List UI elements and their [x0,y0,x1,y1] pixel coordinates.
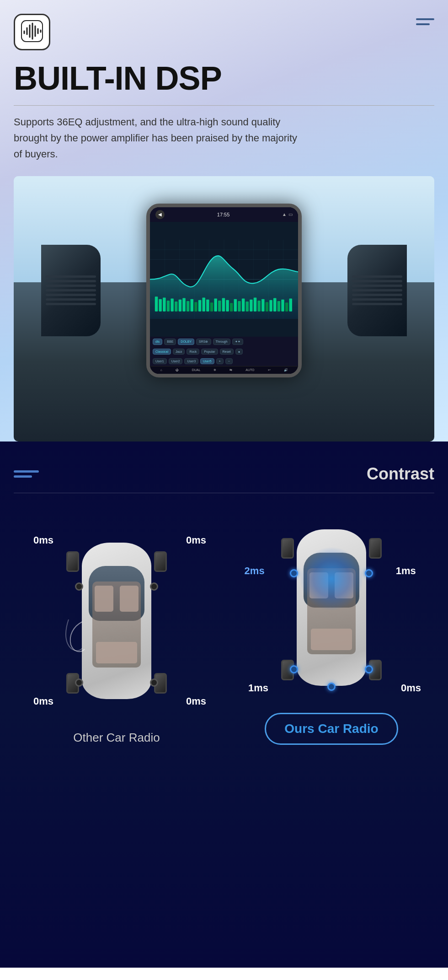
power-nav-item[interactable]: ⏻ [176,368,179,372]
vent-slot [46,280,96,282]
vent-slot [352,303,402,305]
header-section: BUILT-IN DSP Supports 36EQ adjustment, a… [0,0,448,442]
speaker-fr-ours [365,569,373,577]
svg-rect-24 [163,297,165,311]
arrows-nav-item[interactable]: ⇆ [229,368,232,372]
svg-rect-22 [155,296,158,311]
dual-nav-item[interactable]: DUAL [192,368,201,372]
svg-rect-40 [226,300,229,311]
vent-slot [46,275,96,278]
svg-rect-29 [182,298,185,311]
right-vents [347,245,407,336]
contrast-line-2 [14,475,32,478]
other-car-top-view: 0ms 0ms 0ms 0ms [53,525,181,717]
through-button[interactable]: Through [213,339,230,345]
home-nav-item[interactable]: ⌂ [160,368,162,372]
svg-rect-31 [191,299,193,311]
screen-controls-row2: Classical Jazz Rock Popular Reset ● [150,347,298,356]
other-car-interior [92,582,141,668]
hamburger-menu[interactable] [416,18,434,25]
svg-rect-37 [214,298,217,311]
dashboard-container: ◀ 17:55 ▲ ▭ [14,176,434,442]
other-car-label: Other Car Radio [73,731,160,745]
logo-button[interactable] [14,14,50,50]
screen-status-icons: ▲ ▭ [282,212,293,217]
dashboard-bg: ◀ 17:55 ▲ ▭ [14,176,434,442]
car-screen-device[interactable]: ◀ 17:55 ▲ ▭ [146,204,302,377]
user2-button[interactable]: User2 [169,358,183,364]
minus-user-button[interactable]: − [225,358,233,364]
snow-nav-item[interactable]: ❄ [213,368,216,372]
svg-rect-53 [277,301,280,312]
comparison-area: 0ms 0ms 0ms 0ms [14,512,434,772]
speaker-fr [150,582,158,591]
star-button[interactable]: ✦✦ [232,339,243,345]
vent-slot [352,280,402,282]
wheel-fl [66,551,79,572]
svg-rect-47 [254,297,256,311]
classical-button[interactable]: Classical [153,349,171,355]
sound-arrows-icon [64,617,87,656]
jazz-button[interactable]: Jazz [173,349,185,355]
screen-time: 17:55 [217,212,230,217]
user5-button[interactable]: User5 [200,358,214,364]
svg-rect-56 [289,298,292,311]
other-car-main-body [82,543,151,699]
wheel-fl-ours [281,538,294,559]
ours-ms-top-left: 2ms [245,565,265,577]
circle-button[interactable]: ● [235,349,243,355]
svg-rect-50 [266,302,268,312]
contrast-lines-icon [14,470,39,478]
dolby-button[interactable]: DOLBY [178,339,194,345]
ours-car-radio-button[interactable]: Ours Car Radio [265,713,398,745]
plus-user-button[interactable]: + [216,358,224,364]
screen-controls-row3: User1 User2 User3 User5 + − [150,356,298,366]
svg-rect-52 [273,298,276,311]
vent-slot [46,289,96,291]
bbe-button[interactable]: BBE [164,339,176,345]
signal-icon: ▲ [282,212,287,217]
eq-display-area [150,222,298,337]
volume-nav-item[interactable]: 🔊 [284,368,288,372]
wheel-fr [154,551,167,572]
speaker-rl [75,678,83,687]
srs-button[interactable]: SRS⊕ [196,339,211,345]
screen-inner: ◀ 17:55 ▲ ▭ [150,207,298,374]
subtitle-text: Supports 36EQ adjustment, and the ultra-… [14,114,306,162]
svg-rect-34 [202,297,205,311]
wheel-fr-ours [369,538,382,559]
seat-fl [95,586,113,611]
vent-slot [352,298,402,301]
svg-rect-32 [194,302,197,312]
ours-car-item: 2ms 1ms 1ms 0ms [229,512,434,745]
turn-nav-item[interactable]: ↩ [268,368,271,372]
reset-button[interactable]: Reset [220,349,234,355]
vent-slot [352,289,402,291]
svg-rect-45 [246,302,249,312]
lower-section: Contrast 0ms 0ms 0ms 0ms [0,442,448,968]
user3-button[interactable]: User3 [184,358,198,364]
dts-button[interactable]: dts [153,339,162,345]
svg-rect-38 [218,301,221,312]
contrast-title: Contrast [367,464,434,484]
svg-rect-44 [242,298,245,311]
auto-nav-item[interactable]: AUTO [245,368,254,372]
other-car-item: 0ms 0ms 0ms 0ms [14,525,219,745]
user1-button[interactable]: User1 [153,358,167,364]
other-ms-top-right: 0ms [186,534,206,546]
svg-rect-25 [167,301,170,312]
screen-bottom-nav: ⌂ ⏻ DUAL ❄ ⇆ AUTO ↩ 🔊 [150,366,298,374]
svg-rect-54 [281,299,284,311]
popular-button[interactable]: Popular [201,349,218,355]
rock-button[interactable]: Rock [187,349,199,355]
seat-rear-ours [311,629,352,650]
speaker-rl-ours [290,665,298,673]
screen-controls-row1: dts BBE DOLBY SRS⊕ Through ✦✦ [150,337,298,347]
svg-rect-27 [175,302,177,312]
svg-rect-28 [179,299,181,311]
ours-car-top-view: 2ms 1ms 1ms 0ms [267,512,395,704]
other-ms-top-left: 0ms [33,534,53,546]
svg-rect-35 [206,299,209,311]
svg-rect-43 [238,301,240,312]
blue-sound-glow [299,547,363,611]
